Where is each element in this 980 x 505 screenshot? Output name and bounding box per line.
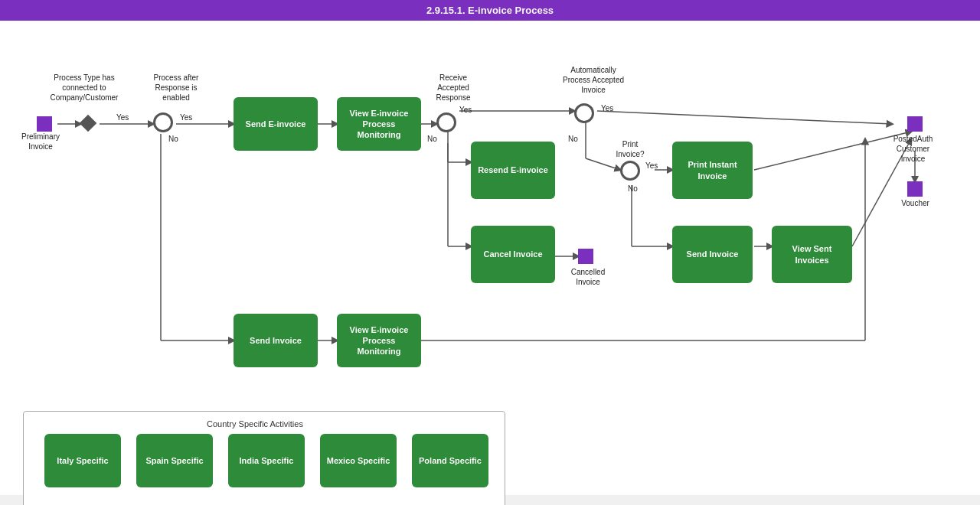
view-sent-invoices-box[interactable]: View Sent Invoices — [772, 226, 852, 283]
spain-specific[interactable]: Spain Specific — [136, 434, 213, 487]
svg-line-14 — [586, 158, 620, 170]
country-specific-title: Country Specific Activities — [207, 419, 303, 429]
preliminary-invoice-label: Preliminary Invoice — [14, 132, 67, 152]
send-invoice-top-box[interactable]: Send Invoice — [672, 226, 753, 283]
yes-label-2: Yes — [180, 112, 192, 122]
view-einvoice-monitor-top[interactable]: View E-invoice Process Monitoring — [337, 97, 421, 151]
no-label-3: No — [568, 134, 578, 144]
mexico-specific[interactable]: Mexico Specific — [320, 434, 397, 487]
no-label-4: No — [628, 184, 638, 194]
yes-label-5: Yes — [645, 161, 658, 171]
auto-process-label: Automatically Process Accepted Invoice — [559, 65, 628, 95]
preliminary-invoice-node — [37, 116, 52, 132]
resend-einvoice-box[interactable]: Resend E-invoice — [471, 142, 555, 199]
cancel-invoice-box[interactable]: Cancel Invoice — [471, 226, 555, 283]
yes-label-4: Yes — [601, 103, 613, 113]
process-after-label: Process after Response is enabled — [145, 73, 207, 103]
yes-label-3: Yes — [459, 105, 472, 115]
posted-auth-node — [907, 116, 923, 132]
no-label-2: No — [427, 134, 437, 144]
auto-process-gateway — [574, 103, 594, 123]
voucher-node — [907, 181, 923, 197]
poland-specific[interactable]: Poland Specific — [412, 434, 488, 487]
svg-line-6 — [597, 111, 892, 124]
gateway-circle-2 — [153, 112, 173, 132]
send-invoice-bottom-box[interactable]: Send Invoice — [234, 314, 318, 367]
yes-label-1: Yes — [116, 112, 129, 122]
receive-accepted-label: Receive Accepted Response — [423, 73, 484, 103]
print-instant-box[interactable]: Print Instant Invoice — [672, 142, 753, 199]
send-einvoice-box[interactable]: Send E-invoice — [234, 97, 318, 151]
posted-auth-label: PostedAuth Customer Invoice — [884, 134, 942, 164]
cancelled-invoice-node — [578, 249, 593, 264]
italy-specific[interactable]: Italy Specific — [44, 434, 121, 487]
view-einvoice-monitor-bottom[interactable]: View E-invoice Process Monitoring — [337, 314, 421, 367]
receive-accepted-gateway — [436, 112, 456, 132]
process-diagram: Preliminary Invoice Process Type has con… — [0, 21, 980, 495]
gateway-diamond-1 — [80, 115, 97, 132]
page-title: 2.9.15.1. E-invoice Process — [0, 0, 980, 21]
cancelled-invoice-label: Cancelled Invoice — [565, 267, 611, 287]
no-label-1: No — [168, 134, 178, 144]
voucher-label: Voucher — [894, 198, 936, 208]
process-type-label: Process Type has connected to Company/Cu… — [50, 73, 119, 103]
print-invoice-gateway — [620, 161, 640, 181]
india-specific[interactable]: India Specific — [228, 434, 305, 487]
print-invoice-label: Print Invoice? — [607, 139, 653, 159]
